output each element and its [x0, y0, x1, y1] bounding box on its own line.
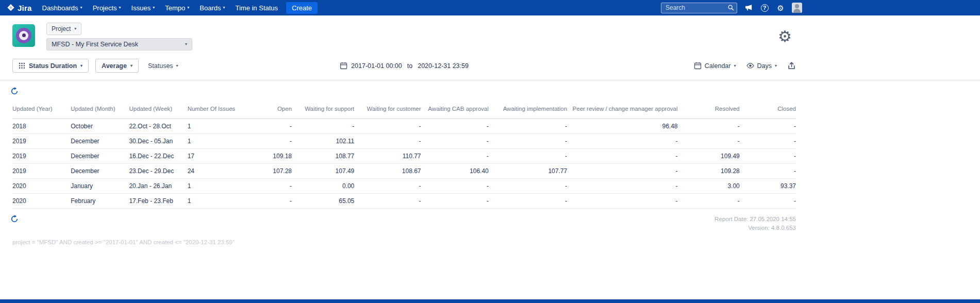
report-date: Report Date: 27.05.2020 14:55 — [715, 215, 796, 224]
report-settings-gear-icon[interactable]: ⚙ — [778, 29, 792, 44]
column-header: Number Of Issues — [188, 100, 250, 119]
nav-item-time-in-status[interactable]: Time in Status — [235, 4, 278, 12]
table-cell: 22.Oct - 28.Oct — [129, 119, 187, 134]
table-cell: - — [678, 134, 740, 149]
table-cell: 23.Dec - 29.Dec — [129, 164, 187, 179]
chevron-down-icon: ▾ — [80, 64, 82, 68]
refresh-icon[interactable] — [10, 87, 19, 95]
column-header: Awaiting implementation — [489, 100, 567, 119]
table-cell: 109.28 — [678, 164, 740, 179]
report-table: Updated (Year)Updated (Month)Updated (We… — [12, 100, 796, 209]
table-cell: February — [71, 194, 129, 209]
table-cell: 20.Jan - 26.Jan — [129, 179, 187, 194]
table-cell: - — [354, 194, 421, 209]
table-cell: 17.Feb - 23.Feb — [129, 194, 187, 209]
project-bar: Project ▾ MFSD - My First Service Desk ▾… — [0, 15, 808, 56]
chevron-down-icon: ▾ — [223, 6, 225, 10]
report-meta: Report Date: 27.05.2020 14:55 Version: 4… — [715, 215, 796, 232]
chevron-down-icon: ▾ — [734, 64, 736, 68]
table-cell: - — [567, 194, 677, 209]
bottom-bar — [0, 299, 980, 303]
table-cell: 93.37 — [740, 179, 796, 194]
table-cell: 2019 — [12, 149, 71, 164]
chevron-down-icon: ▾ — [74, 27, 76, 31]
table-cell: - — [489, 179, 567, 194]
user-avatar[interactable] — [792, 3, 802, 13]
table-cell: - — [740, 149, 796, 164]
search-icon[interactable] — [727, 4, 735, 11]
table-row: 2020February17.Feb - 23.Feb1-65.05------ — [12, 194, 796, 209]
nav-item-dashboards[interactable]: Dashboards▾ — [42, 4, 82, 12]
column-header: Waiting for customer — [354, 100, 421, 119]
nav-item-projects[interactable]: Projects▾ — [93, 4, 121, 12]
jql-query-text: project = "MFSD" AND created >= "2017-01… — [12, 239, 796, 245]
table-cell: - — [740, 119, 796, 134]
column-header: Updated (Week) — [129, 100, 187, 119]
search-input[interactable] — [661, 3, 737, 13]
table-cell: 2019 — [12, 134, 71, 149]
gear-icon[interactable]: ⚙ — [776, 3, 785, 12]
table-cell: 107.28 — [250, 164, 292, 179]
table-cell: 96.48 — [567, 119, 677, 134]
table-cell: 1 — [188, 179, 250, 194]
nav-item-issues[interactable]: Issues▾ — [131, 4, 155, 12]
calendar-icon — [694, 62, 702, 70]
table-cell: 108.77 — [292, 149, 354, 164]
help-icon[interactable]: ? — [760, 3, 769, 12]
table-cell: - — [421, 194, 489, 209]
date-range-picker[interactable]: 2017-01-01 00:00 to 2020-12-31 23:59 — [340, 62, 469, 70]
report-section: Updated (Year)Updated (Month)Updated (We… — [0, 80, 808, 245]
column-header: Closed — [740, 100, 796, 119]
create-button[interactable]: Create — [286, 2, 318, 14]
top-navbar: Jira Dashboards▾ Projects▾ Issues▾ Tempo… — [0, 0, 980, 15]
table-cell: 1 — [188, 119, 250, 134]
column-header: Resolved — [678, 100, 740, 119]
chevron-down-icon: ▾ — [153, 6, 155, 10]
grid-icon — [19, 62, 25, 69]
table-cell: 2018 — [12, 119, 71, 134]
table-row: 2020January20.Jan - 26.Jan1-0.00----3.00… — [12, 179, 796, 194]
table-cell: - — [250, 119, 292, 134]
date-from: 2017-01-01 00:00 — [351, 62, 402, 70]
search-box — [661, 3, 737, 13]
export-icon[interactable] — [787, 61, 796, 70]
table-cell: - — [250, 179, 292, 194]
table-row: 2019December23.Dec - 29.Dec24107.28107.4… — [12, 164, 796, 179]
jira-logo-icon — [7, 4, 15, 12]
statuses-dropdown[interactable]: Statuses ▾ — [148, 62, 178, 70]
table-cell: 65.05 — [292, 194, 354, 209]
unit-dropdown[interactable]: Days ▾ — [746, 62, 777, 70]
table-cell: - — [421, 134, 489, 149]
table-cell: - — [567, 149, 677, 164]
table-cell: - — [567, 164, 677, 179]
table-cell: 16.Dec - 22.Dec — [129, 149, 187, 164]
project-controls: Project ▾ MFSD - My First Service Desk ▾ — [46, 23, 192, 50]
date-to-word: to — [407, 62, 412, 70]
jira-logo[interactable]: Jira — [7, 4, 32, 12]
project-select[interactable]: MFSD - My First Service Desk ▾ — [46, 38, 192, 50]
table-cell: 30.Dec - 05.Jan — [129, 134, 187, 149]
table-cell: - — [678, 194, 740, 209]
table-cell: - — [567, 134, 677, 149]
table-cell: - — [421, 179, 489, 194]
project-avatar — [12, 24, 35, 47]
calendar-icon — [340, 62, 347, 70]
chevron-down-icon: ▾ — [176, 64, 178, 68]
jira-logo-text: Jira — [18, 4, 32, 12]
table-cell: - — [250, 134, 292, 149]
project-type-button[interactable]: Project ▾ — [46, 23, 81, 35]
nav-item-tempo[interactable]: Tempo▾ — [165, 4, 189, 12]
calendar-mode-dropdown[interactable]: Calendar ▾ — [694, 62, 736, 70]
table-cell: January — [71, 179, 129, 194]
table-cell: 17 — [188, 149, 250, 164]
refresh-icon[interactable] — [10, 215, 19, 223]
nav-item-boards[interactable]: Boards▾ — [200, 4, 225, 12]
report-type-button[interactable]: Status Duration ▾ — [12, 59, 89, 73]
table-cell: 0.00 — [292, 179, 354, 194]
table-cell: - — [740, 194, 796, 209]
table-cell: - — [489, 119, 567, 134]
chevron-down-icon: ▾ — [130, 64, 132, 68]
feedback-megaphone-icon[interactable] — [744, 3, 753, 12]
column-header: Updated (Year) — [12, 100, 71, 119]
metric-button[interactable]: Average ▾ — [95, 59, 139, 73]
